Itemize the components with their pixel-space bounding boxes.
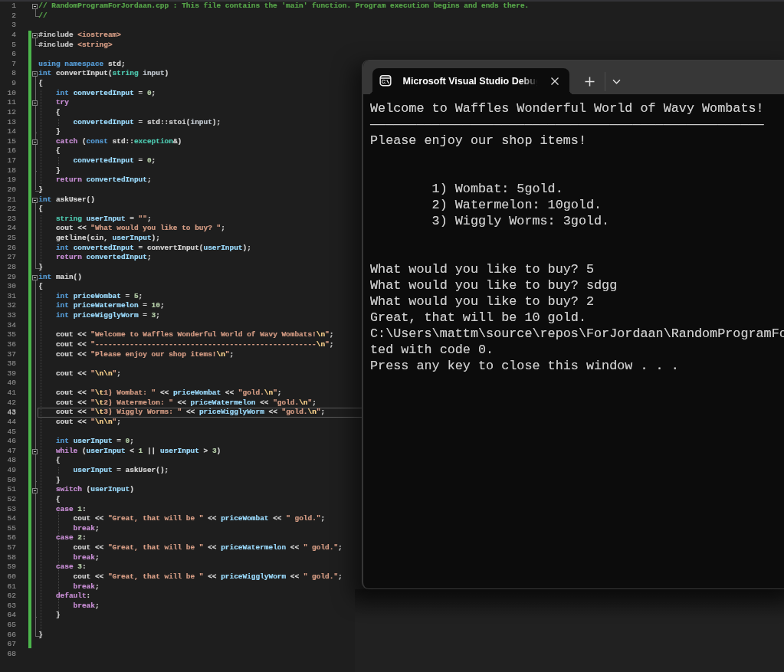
svg-text:C:: C:: [382, 79, 387, 84]
